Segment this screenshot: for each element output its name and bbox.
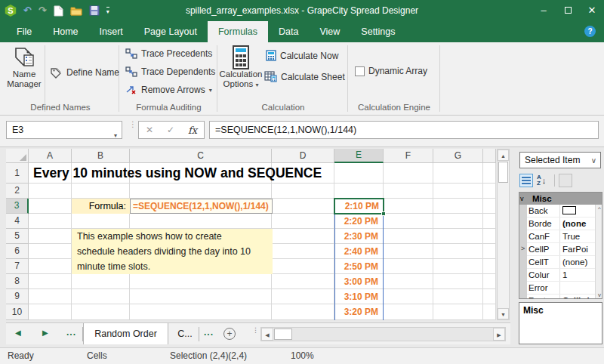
sheet-tab-c[interactable]: C... [172,323,198,344]
cancel-entry-icon[interactable]: ✕ [146,125,153,135]
selected-item-dropdown[interactable]: Selected Item ∨ [519,152,601,168]
cell-F9[interactable] [384,289,433,304]
column-header-B[interactable]: B [72,149,130,163]
cell-A5[interactable] [29,229,72,244]
row-header-8[interactable]: 8 [6,274,29,289]
cell-B2[interactable] [72,184,130,199]
fill-handle[interactable] [381,211,386,216]
column-header-A[interactable]: A [29,149,72,163]
row-header-1[interactable]: 1 [6,163,29,184]
maximize-button[interactable] [556,0,580,21]
cell-A2[interactable] [29,184,72,199]
name-box[interactable]: E3 ▾ [6,121,122,139]
cell-F8[interactable] [384,274,433,289]
sheet-nav-next-icon[interactable]: ▶ [42,329,48,337]
new-document-icon[interactable] [54,5,63,17]
property-row-font[interactable]: FontCalibri [527,295,595,299]
property-row-colur[interactable]: Colur1 [527,269,595,282]
cell-A6[interactable] [29,244,72,259]
cell-B4[interactable] [72,214,130,229]
scroll-left-icon[interactable]: ◀ [261,328,273,341]
remove-arrows-dropdown-icon[interactable]: ▾ [209,87,212,94]
row-header-6[interactable]: 6 [6,244,29,259]
cell-D9[interactable] [272,289,334,304]
cell-F3[interactable] [384,199,433,214]
cell-F6[interactable] [384,244,433,259]
confirm-entry-icon[interactable]: ✓ [167,125,174,135]
property-row-borde[interactable]: Borde(none [527,217,595,230]
ribbon-tab-formulas[interactable]: Formulas [208,21,268,42]
cell-D10[interactable] [272,304,334,320]
cell-E10-time[interactable]: 3:20 PM [334,304,384,320]
scroll-up-icon[interactable]: ^ [596,205,602,214]
cell-C10[interactable] [130,304,272,320]
sheet-tab-overflow[interactable]: ... [204,327,214,338]
cell-G1[interactable] [433,163,483,184]
cell-B8[interactable] [72,274,130,289]
cell-A4[interactable] [29,214,72,229]
cell-E7-time[interactable]: 2:50 PM [334,259,384,274]
cell-E4-time[interactable]: 2:20 PM [334,214,384,229]
formula-input[interactable]: =SEQUENCE(12,1,NOW(),1/144) [209,121,599,139]
cell-H4[interactable] [483,214,496,229]
column-header-C[interactable]: C [130,149,272,163]
ribbon-tab-page-layout[interactable]: Page Layout [134,21,208,42]
undo-icon[interactable]: ↶ [23,5,32,17]
cell-H8[interactable] [483,274,496,289]
cell-G6[interactable] [433,244,483,259]
cell-C4[interactable] [130,214,272,229]
define-name-button[interactable]: Define Name [50,66,119,79]
trace-dependents-button[interactable]: Trace Dependents [125,66,215,77]
sheet-tab-random-order[interactable]: Random Order [83,323,168,344]
cell-H10[interactable] [483,304,496,320]
property-grid-scrollbar[interactable]: ^ v [595,205,602,299]
column-header-G[interactable]: G [433,149,483,163]
sort-alphabetical-icon[interactable]: AZ ↓ [537,174,550,187]
ribbon-tab-view[interactable]: View [309,21,350,42]
name-box-dropdown-icon[interactable]: ▾ [114,128,117,144]
property-row-back[interactable]: Back [527,205,595,217]
cell-E2[interactable] [334,184,384,199]
cell-B10[interactable] [72,304,130,320]
column-header-E[interactable]: E [334,149,384,163]
sheet-nav-overflow[interactable]: ... [66,327,76,338]
row-header-2[interactable]: 2 [6,184,29,199]
ribbon-tab-home[interactable]: Home [42,21,88,42]
cell-G4[interactable] [433,214,483,229]
ribbon-tab-file[interactable]: File [6,21,42,42]
scroll-down-icon[interactable]: v [596,291,602,299]
property-value[interactable]: 1 [560,269,595,281]
row-header-9[interactable]: 9 [6,289,29,304]
cell-G8[interactable] [433,274,483,289]
cell-D5[interactable] [272,229,334,244]
qat-customize-caret-icon[interactable]: ▾ [106,7,109,15]
ribbon-tab-insert[interactable]: Insert [89,21,134,42]
property-value[interactable]: True [560,230,595,242]
horizontal-scrollbar[interactable]: ◀ ▶ [260,327,506,341]
scroll-up-icon[interactable]: ▲ [498,150,509,161]
cell-D6[interactable] [272,244,334,259]
property-category-row[interactable]: v Misc [519,193,602,205]
cell-B9[interactable] [72,289,130,304]
cell-G2[interactable] [433,184,483,199]
cell-A7[interactable] [29,259,72,274]
property-value[interactable]: Calibri [560,295,595,299]
cell-A3[interactable] [29,199,72,214]
scroll-right-icon[interactable]: ▶ [493,328,505,341]
horizontal-scroll-thumb[interactable] [274,329,292,340]
calculation-options-button[interactable]: Calculation Options ▾ [219,45,263,103]
vertical-scrollbar[interactable]: ▲ ▼ [497,149,510,320]
property-row-cellp[interactable]: CellPFarPoi [527,243,595,256]
cell-B3-formula-label[interactable]: Formula: [72,199,130,214]
cell-C9[interactable] [130,289,272,304]
cell-C2[interactable] [130,184,272,199]
cell-E8-time[interactable]: 3:00 PM [334,274,384,289]
name-manager-button[interactable]: Name Manager [6,45,42,100]
column-header-F[interactable]: F [384,149,433,163]
cell-G9[interactable] [433,289,483,304]
trace-precedents-button[interactable]: Trace Precedents [125,48,212,59]
property-value[interactable] [560,282,595,294]
row-header-3[interactable]: 3 [6,199,29,214]
minimize-button[interactable]: – [532,0,556,21]
cell-E5-time[interactable]: 2:30 PM [334,229,384,244]
